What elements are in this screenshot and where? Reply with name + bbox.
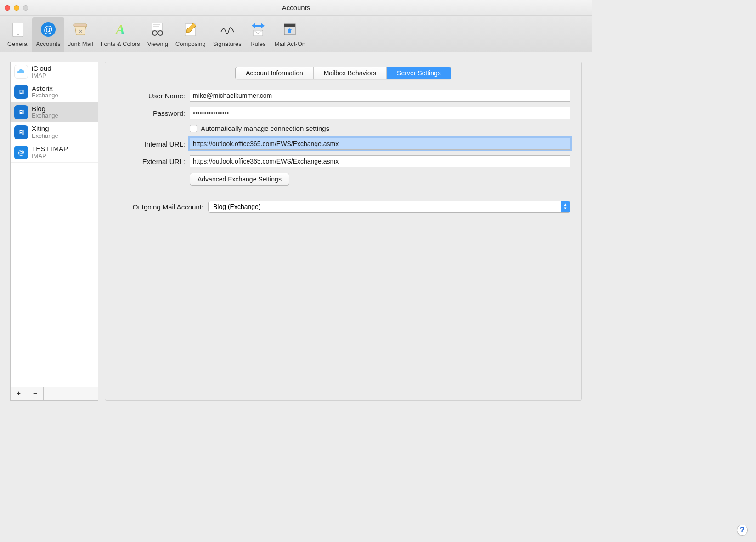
advanced-exchange-settings-button[interactable]: Advanced Exchange Settings bbox=[190, 173, 289, 186]
server-settings-form: User Name: Password: Automatically manag… bbox=[105, 90, 581, 213]
svg-text:@: @ bbox=[18, 149, 24, 156]
main-content: iCloud IMAP E Asterix Exchange E Blog bbox=[0, 52, 592, 424]
account-item-test-imap[interactable]: @ TEST IMAP IMAP bbox=[11, 142, 98, 163]
account-name: iCloud bbox=[32, 65, 51, 73]
auto-manage-label: Automatically manage connection settings bbox=[201, 124, 329, 132]
accounts-sidebar: iCloud IMAP E Asterix Exchange E Blog bbox=[10, 62, 98, 401]
sidebar-footer-spacer bbox=[44, 387, 98, 400]
tab-account-information[interactable]: Account Information bbox=[236, 67, 314, 79]
svg-rect-19 bbox=[22, 90, 24, 94]
svg-rect-4 bbox=[74, 24, 87, 27]
preferences-toolbar: General @ Accounts ✕ Junk Mail A Fonts &… bbox=[0, 16, 592, 52]
svg-point-11 bbox=[158, 31, 163, 35]
svg-rect-25 bbox=[22, 130, 24, 135]
remove-account-button[interactable]: − bbox=[27, 387, 44, 400]
svg-rect-1 bbox=[17, 34, 19, 35]
toolbar-tab-fonts-colors[interactable]: A Fonts & Colors bbox=[97, 17, 144, 52]
account-protocol: Exchange bbox=[32, 133, 58, 139]
exchange-icon: E bbox=[14, 105, 28, 119]
outgoing-account-select[interactable]: Blog (Exchange) ▲▼ bbox=[208, 201, 570, 213]
tab-mailbox-behaviors[interactable]: Mailbox Behaviors bbox=[314, 67, 387, 79]
toolbar-tab-label: Junk Mail bbox=[68, 40, 93, 47]
toolbar-tab-signatures[interactable]: Signatures bbox=[209, 17, 245, 52]
exchange-icon: E bbox=[14, 85, 28, 99]
toolbar-tab-rules[interactable]: Rules bbox=[245, 17, 271, 52]
toolbar-tab-junk-mail[interactable]: ✕ Junk Mail bbox=[64, 17, 97, 52]
outgoing-account-label: Outgoing Mail Account: bbox=[116, 203, 208, 211]
svg-text:A: A bbox=[115, 22, 125, 37]
auto-manage-checkbox[interactable] bbox=[190, 125, 197, 132]
toolbar-tab-label: Signatures bbox=[213, 40, 242, 47]
junk-mail-icon: ✕ bbox=[71, 20, 90, 39]
mail-act-on-icon bbox=[281, 20, 299, 39]
tab-server-settings[interactable]: Server Settings bbox=[387, 67, 451, 79]
toolbar-tab-viewing[interactable]: Viewing bbox=[144, 17, 172, 52]
toolbar-tab-label: Accounts bbox=[36, 40, 60, 47]
titlebar: Accounts bbox=[0, 0, 592, 16]
account-protocol: Exchange bbox=[32, 92, 58, 99]
password-label: Password: bbox=[116, 109, 190, 117]
outgoing-account-value: Blog (Exchange) bbox=[209, 203, 561, 210]
at-icon: @ bbox=[14, 146, 28, 159]
svg-point-10 bbox=[152, 31, 157, 35]
account-item-asterix[interactable]: E Asterix Exchange bbox=[11, 82, 98, 102]
general-icon bbox=[9, 20, 27, 39]
sidebar-footer: + − bbox=[11, 387, 98, 400]
composing-icon bbox=[181, 20, 200, 39]
svg-rect-16 bbox=[284, 24, 295, 27]
svg-text:@: @ bbox=[44, 24, 53, 34]
toolbar-tab-mail-act-on[interactable]: Mail Act-On bbox=[271, 17, 309, 52]
svg-rect-22 bbox=[22, 110, 24, 114]
fonts-colors-icon: A bbox=[111, 20, 130, 39]
password-input[interactable] bbox=[190, 107, 570, 119]
account-item-xiting[interactable]: E Xiting Exchange bbox=[11, 122, 98, 142]
signatures-icon bbox=[218, 20, 237, 39]
account-name: Asterix bbox=[32, 85, 58, 93]
toolbar-tab-composing[interactable]: Composing bbox=[172, 17, 209, 52]
username-input[interactable] bbox=[190, 90, 570, 102]
settings-panel: Account Information Mailbox Behaviors Se… bbox=[105, 62, 582, 401]
external-url-label: External URL: bbox=[116, 158, 190, 165]
divider bbox=[116, 193, 570, 193]
account-protocol: IMAP bbox=[32, 73, 51, 79]
viewing-icon bbox=[148, 20, 167, 39]
internal-url-input[interactable] bbox=[190, 138, 570, 150]
toolbar-tab-label: Viewing bbox=[147, 40, 168, 47]
account-name: Xiting bbox=[32, 125, 58, 133]
external-url-input[interactable] bbox=[190, 155, 570, 167]
accounts-icon: @ bbox=[39, 20, 57, 39]
exchange-icon: E bbox=[14, 125, 28, 139]
toolbar-tab-label: Fonts & Colors bbox=[101, 40, 140, 47]
accounts-list: iCloud IMAP E Asterix Exchange E Blog bbox=[11, 62, 98, 387]
account-item-icloud[interactable]: iCloud IMAP bbox=[11, 62, 98, 82]
svg-text:✕: ✕ bbox=[79, 28, 83, 34]
icloud-icon bbox=[14, 65, 28, 79]
account-protocol: IMAP bbox=[32, 153, 68, 159]
account-protocol: Exchange bbox=[32, 113, 58, 119]
toolbar-tab-label: Composing bbox=[175, 40, 206, 47]
toolbar-tab-label: General bbox=[7, 40, 28, 47]
window-title: Accounts bbox=[0, 4, 592, 11]
toolbar-tab-label: Mail Act-On bbox=[275, 40, 305, 47]
username-label: User Name: bbox=[116, 92, 190, 100]
chevron-updown-icon: ▲▼ bbox=[561, 201, 570, 212]
settings-tabs: Account Information Mailbox Behaviors Se… bbox=[105, 67, 581, 79]
account-name: Blog bbox=[32, 105, 58, 113]
toolbar-tab-label: Rules bbox=[250, 40, 265, 47]
add-account-button[interactable]: + bbox=[11, 387, 27, 400]
account-name: TEST IMAP bbox=[32, 145, 68, 153]
rules-icon bbox=[249, 20, 267, 39]
internal-url-label: Internal URL: bbox=[116, 140, 190, 148]
account-item-blog[interactable]: E Blog Exchange bbox=[11, 102, 98, 123]
toolbar-tab-accounts[interactable]: @ Accounts bbox=[32, 17, 64, 52]
toolbar-tab-general[interactable]: General bbox=[4, 17, 32, 52]
segmented-control: Account Information Mailbox Behaviors Se… bbox=[235, 67, 451, 79]
